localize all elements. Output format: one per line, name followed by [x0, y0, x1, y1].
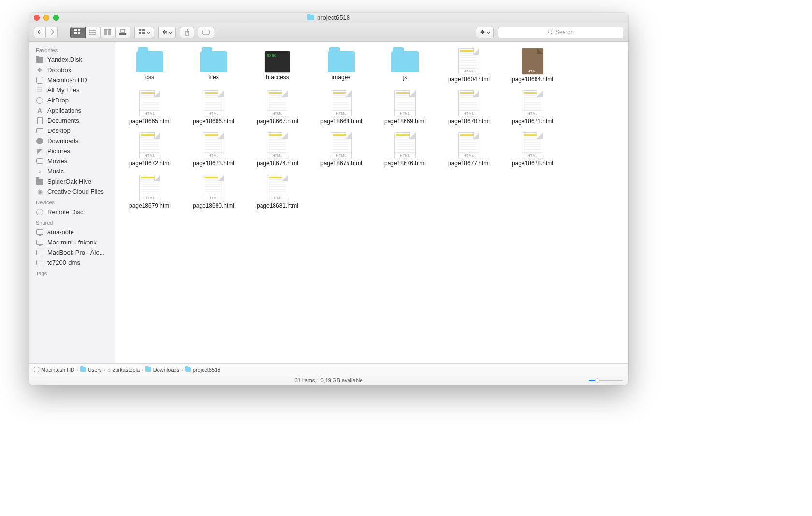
- svg-rect-11: [119, 33, 126, 34]
- back-button[interactable]: [34, 27, 46, 38]
- nav-buttons: [34, 27, 58, 38]
- sidebar-item-applications[interactable]: AApplications: [29, 105, 115, 115]
- html-icon: HTML: [267, 132, 288, 158]
- close-button[interactable]: [34, 15, 40, 21]
- html-icon: HTML: [331, 132, 352, 158]
- path-label: zurkastepla: [113, 367, 140, 373]
- file-item[interactable]: HTMLpage18673.html: [184, 132, 244, 167]
- file-item[interactable]: files: [184, 48, 244, 83]
- svg-rect-12: [119, 34, 126, 35]
- zoom-slider[interactable]: [589, 378, 623, 383]
- file-item[interactable]: HTMLpage18669.html: [375, 90, 435, 125]
- sidebar-item-macintosh-hd[interactable]: Macintosh HD: [29, 75, 115, 85]
- chevron-right-icon: ›: [103, 367, 105, 373]
- icon-view-button[interactable]: [70, 27, 86, 38]
- file-item[interactable]: css: [120, 48, 180, 83]
- sidebar-item-desktop[interactable]: Desktop: [29, 126, 115, 136]
- sidebar-item-pictures[interactable]: ◩Pictures: [29, 146, 115, 156]
- html-icon: HTML: [139, 90, 160, 116]
- sidebar-item-label: Documents: [47, 117, 79, 124]
- forward-button[interactable]: [46, 27, 58, 38]
- sidebar-item-label: AirDrop: [47, 97, 69, 104]
- html-icon: HTML: [458, 90, 479, 116]
- path-bar[interactable]: Macintosh HD›Users›⌂zurkastepla›Download…: [29, 363, 628, 375]
- search-input[interactable]: Search: [498, 27, 624, 38]
- file-item[interactable]: HTMLpage18664.html: [503, 48, 563, 83]
- file-item[interactable]: HTMLpage18668.html: [311, 90, 371, 125]
- svg-rect-0: [74, 29, 77, 31]
- folder-icon: [36, 178, 44, 185]
- svg-rect-4: [89, 30, 96, 31]
- file-item[interactable]: HTMLpage18679.html: [120, 175, 180, 209]
- file-item[interactable]: HTMLpage18676.html: [375, 132, 435, 167]
- sidebar-item-spideroak-hive[interactable]: SpiderOak Hive: [29, 176, 115, 186]
- sidebar[interactable]: FavoritesYandex.Disk❖DropboxMacintosh HD…: [29, 42, 115, 363]
- tags-button[interactable]: [198, 27, 214, 38]
- svg-rect-1: [78, 29, 80, 31]
- svg-rect-7: [104, 29, 106, 35]
- sidebar-item-yandex-disk[interactable]: Yandex.Disk: [29, 55, 115, 65]
- list-view-button[interactable]: [86, 27, 101, 38]
- dropbox-button[interactable]: ❖: [476, 27, 494, 38]
- folder-icon: [136, 51, 163, 72]
- file-item[interactable]: HTMLpage18677.html: [439, 132, 499, 167]
- minimize-button[interactable]: [44, 15, 49, 21]
- file-label: htaccess: [266, 74, 289, 81]
- svg-rect-2: [74, 32, 77, 34]
- sidebar-item-documents[interactable]: Documents: [29, 115, 115, 126]
- html-icon: HTML: [267, 90, 288, 116]
- path-segment[interactable]: Users: [80, 367, 102, 373]
- file-item[interactable]: HTMLpage18678.html: [503, 132, 563, 167]
- sidebar-item-creative-cloud-files[interactable]: ◉Creative Cloud Files: [29, 186, 115, 197]
- sidebar-header: Devices: [29, 197, 115, 207]
- file-item[interactable]: HTMLpage18667.html: [247, 90, 307, 125]
- sidebar-item-macbook-pro-ale-[interactable]: MacBook Pro - Ale...: [29, 247, 115, 258]
- sidebar-item-downloads[interactable]: Downloads: [29, 136, 115, 146]
- file-item[interactable]: HTMLpage18604.html: [439, 48, 499, 83]
- sidebar-item-label: Dropbox: [47, 66, 71, 73]
- sidebar-header: Shared: [29, 217, 115, 227]
- file-item[interactable]: HTMLpage18674.html: [247, 132, 307, 167]
- sidebar-item-all-my-files[interactable]: ☰All My Files: [29, 85, 115, 95]
- file-item[interactable]: HTMLpage18672.html: [120, 132, 180, 167]
- file-label: page18679.html: [129, 203, 171, 209]
- sidebar-item-dropbox[interactable]: ❖Dropbox: [29, 65, 115, 75]
- file-item[interactable]: images: [311, 48, 371, 83]
- sidebar-item-tc7200-dms[interactable]: tc7200-dms: [29, 258, 115, 268]
- sidebar-item-label: All My Files: [47, 86, 79, 94]
- sidebar-item-ama-note[interactable]: ama-note: [29, 227, 115, 237]
- sidebar-item-remote-disc[interactable]: Remote Disc: [29, 207, 115, 217]
- file-item[interactable]: HTMLpage18665.html: [120, 90, 180, 125]
- file-item[interactable]: HTMLpage18666.html: [184, 90, 244, 125]
- sidebar-header: Favorites: [29, 44, 115, 55]
- file-item[interactable]: HTMLpage18680.html: [184, 175, 244, 209]
- sidebar-item-airdrop[interactable]: AirDrop: [29, 95, 115, 105]
- path-segment[interactable]: Downloads: [145, 367, 179, 373]
- arrange-button[interactable]: [134, 27, 154, 38]
- file-label: page18666.html: [193, 118, 234, 125]
- zoom-button[interactable]: [53, 15, 59, 21]
- cc-icon: ◉: [36, 188, 44, 195]
- file-item[interactable]: HTMLpage18675.html: [311, 132, 371, 167]
- share-button[interactable]: [180, 27, 194, 38]
- content-area[interactable]: cssfilesexechtaccessimagesjsHTMLpage1860…: [115, 42, 628, 363]
- music-icon: ♪: [36, 168, 44, 175]
- action-button[interactable]: ✻: [158, 27, 176, 38]
- column-view-button[interactable]: [101, 27, 116, 38]
- icon-grid: cssfilesexechtaccessimagesjsHTMLpage1860…: [120, 48, 624, 209]
- file-item[interactable]: js: [375, 48, 435, 83]
- file-item[interactable]: HTMLpage18681.html: [247, 175, 307, 209]
- file-label: page18677.html: [448, 160, 490, 167]
- file-item[interactable]: exechtaccess: [247, 48, 307, 83]
- sidebar-item-mac-mini-fnkpnk[interactable]: Mac mini - fnkpnk: [29, 237, 115, 247]
- path-segment[interactable]: project6518: [185, 367, 221, 373]
- coverflow-view-button[interactable]: [116, 27, 130, 38]
- path-segment[interactable]: ⌂zurkastepla: [107, 367, 140, 373]
- file-item[interactable]: HTMLpage18670.html: [439, 90, 499, 125]
- sidebar-item-music[interactable]: ♪Music: [29, 166, 115, 176]
- file-label: page18676.html: [384, 160, 426, 167]
- pc-icon: [36, 259, 44, 266]
- file-item[interactable]: HTMLpage18671.html: [503, 90, 563, 125]
- sidebar-item-movies[interactable]: Movies: [29, 156, 115, 166]
- path-segment[interactable]: Macintosh HD: [34, 367, 74, 373]
